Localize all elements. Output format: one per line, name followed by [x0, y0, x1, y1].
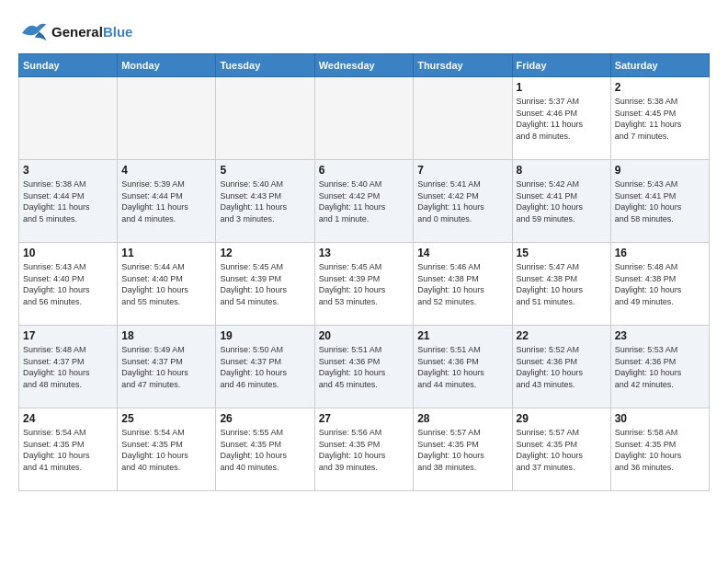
- calendar-day-cell: 23Sunrise: 5:53 AMSunset: 4:36 PMDayligh…: [610, 326, 709, 408]
- calendar-day-cell: 28Sunrise: 5:57 AMSunset: 4:35 PMDayligh…: [414, 408, 512, 491]
- calendar-day-cell: 12Sunrise: 5:45 AMSunset: 4:39 PMDayligh…: [216, 243, 314, 326]
- day-info: Sunrise: 5:54 AMSunset: 4:35 PMDaylight:…: [23, 427, 113, 473]
- calendar-day-cell: 16Sunrise: 5:48 AMSunset: 4:38 PMDayligh…: [610, 243, 709, 326]
- calendar-day-cell: [19, 77, 118, 160]
- calendar-day-cell: 15Sunrise: 5:47 AMSunset: 4:38 PMDayligh…: [512, 243, 610, 326]
- calendar-day-cell: [314, 77, 413, 160]
- day-number: 28: [417, 412, 507, 425]
- day-info: Sunrise: 5:43 AMSunset: 4:41 PMDaylight:…: [615, 178, 705, 224]
- day-info: Sunrise: 5:38 AMSunset: 4:45 PMDaylight:…: [615, 96, 705, 142]
- calendar-day-cell: 26Sunrise: 5:55 AMSunset: 4:35 PMDayligh…: [216, 408, 314, 491]
- day-number: 9: [615, 164, 705, 177]
- day-info: Sunrise: 5:44 AMSunset: 4:40 PMDaylight:…: [121, 261, 211, 307]
- day-info: Sunrise: 5:47 AMSunset: 4:38 PMDaylight:…: [517, 261, 607, 307]
- calendar-week-row: 1Sunrise: 5:37 AMSunset: 4:46 PMDaylight…: [19, 77, 710, 160]
- calendar-week-row: 24Sunrise: 5:54 AMSunset: 4:35 PMDayligh…: [19, 408, 710, 491]
- weekday-header: Wednesday: [314, 54, 413, 77]
- day-number: 5: [220, 164, 310, 177]
- day-info: Sunrise: 5:55 AMSunset: 4:35 PMDaylight:…: [220, 427, 310, 473]
- day-info: Sunrise: 5:51 AMSunset: 4:36 PMDaylight:…: [417, 344, 507, 390]
- day-number: 18: [121, 329, 211, 342]
- day-number: 19: [220, 329, 310, 342]
- calendar-week-row: 3Sunrise: 5:38 AMSunset: 4:44 PMDaylight…: [19, 160, 710, 243]
- day-number: 17: [23, 329, 113, 342]
- calendar-day-cell: [414, 77, 512, 160]
- calendar-day-cell: 18Sunrise: 5:49 AMSunset: 4:37 PMDayligh…: [118, 326, 216, 408]
- calendar-day-cell: 17Sunrise: 5:48 AMSunset: 4:37 PMDayligh…: [19, 326, 118, 408]
- weekday-header: Tuesday: [216, 54, 314, 77]
- weekday-header: Sunday: [19, 54, 118, 77]
- calendar-day-cell: 9Sunrise: 5:43 AMSunset: 4:41 PMDaylight…: [610, 160, 709, 243]
- calendar-table: SundayMondayTuesdayWednesdayThursdayFrid…: [18, 53, 710, 491]
- calendar-day-cell: 25Sunrise: 5:54 AMSunset: 4:35 PMDayligh…: [118, 408, 216, 491]
- day-number: 2: [615, 81, 705, 94]
- weekday-header: Friday: [512, 54, 610, 77]
- day-info: Sunrise: 5:58 AMSunset: 4:35 PMDaylight:…: [615, 427, 705, 473]
- day-info: Sunrise: 5:49 AMSunset: 4:37 PMDaylight:…: [121, 344, 211, 390]
- day-info: Sunrise: 5:48 AMSunset: 4:38 PMDaylight:…: [615, 261, 705, 307]
- logo-bird-icon: [18, 18, 48, 44]
- day-number: 27: [319, 412, 409, 425]
- day-info: Sunrise: 5:56 AMSunset: 4:35 PMDaylight:…: [319, 427, 409, 473]
- calendar-day-cell: 29Sunrise: 5:57 AMSunset: 4:35 PMDayligh…: [512, 408, 610, 491]
- day-info: Sunrise: 5:46 AMSunset: 4:38 PMDaylight:…: [417, 261, 507, 307]
- day-info: Sunrise: 5:40 AMSunset: 4:43 PMDaylight:…: [220, 178, 310, 224]
- day-number: 15: [517, 247, 607, 259]
- calendar-day-cell: [118, 77, 216, 160]
- calendar-day-cell: 24Sunrise: 5:54 AMSunset: 4:35 PMDayligh…: [19, 408, 118, 491]
- calendar-week-row: 10Sunrise: 5:43 AMSunset: 4:40 PMDayligh…: [19, 243, 710, 326]
- logo-text: GeneralBlue: [51, 24, 132, 40]
- calendar-week-row: 17Sunrise: 5:48 AMSunset: 4:37 PMDayligh…: [19, 326, 710, 408]
- day-number: 26: [220, 412, 310, 425]
- calendar-day-cell: 27Sunrise: 5:56 AMSunset: 4:35 PMDayligh…: [314, 408, 413, 491]
- day-number: 29: [517, 412, 607, 425]
- calendar-day-cell: 1Sunrise: 5:37 AMSunset: 4:46 PMDaylight…: [512, 77, 610, 160]
- calendar-day-cell: 4Sunrise: 5:39 AMSunset: 4:44 PMDaylight…: [118, 160, 216, 243]
- day-info: Sunrise: 5:52 AMSunset: 4:36 PMDaylight:…: [517, 344, 607, 390]
- weekday-header: Saturday: [610, 54, 709, 77]
- day-number: 14: [417, 247, 507, 259]
- day-number: 1: [517, 81, 607, 94]
- calendar-day-cell: 30Sunrise: 5:58 AMSunset: 4:35 PMDayligh…: [610, 408, 709, 491]
- calendar-day-cell: 20Sunrise: 5:51 AMSunset: 4:36 PMDayligh…: [314, 326, 413, 408]
- calendar-day-cell: 22Sunrise: 5:52 AMSunset: 4:36 PMDayligh…: [512, 326, 610, 408]
- calendar-day-cell: [216, 77, 314, 160]
- day-info: Sunrise: 5:48 AMSunset: 4:37 PMDaylight:…: [23, 344, 113, 390]
- calendar-day-cell: 3Sunrise: 5:38 AMSunset: 4:44 PMDaylight…: [19, 160, 118, 243]
- day-number: 3: [23, 164, 113, 177]
- day-number: 24: [23, 412, 113, 425]
- day-info: Sunrise: 5:57 AMSunset: 4:35 PMDaylight:…: [417, 427, 507, 473]
- day-number: 12: [220, 247, 310, 259]
- day-number: 20: [319, 329, 409, 342]
- calendar-day-cell: 6Sunrise: 5:40 AMSunset: 4:42 PMDaylight…: [314, 160, 413, 243]
- weekday-header-row: SundayMondayTuesdayWednesdayThursdayFrid…: [19, 54, 710, 77]
- day-number: 30: [615, 412, 705, 425]
- calendar-day-cell: 5Sunrise: 5:40 AMSunset: 4:43 PMDaylight…: [216, 160, 314, 243]
- day-number: 16: [615, 247, 705, 259]
- day-info: Sunrise: 5:43 AMSunset: 4:40 PMDaylight:…: [23, 261, 113, 307]
- day-number: 21: [417, 329, 507, 342]
- day-info: Sunrise: 5:45 AMSunset: 4:39 PMDaylight:…: [220, 261, 310, 307]
- day-info: Sunrise: 5:53 AMSunset: 4:36 PMDaylight:…: [615, 344, 705, 390]
- day-info: Sunrise: 5:40 AMSunset: 4:42 PMDaylight:…: [319, 178, 409, 224]
- day-number: 23: [615, 329, 705, 342]
- weekday-header: Monday: [118, 54, 216, 77]
- day-number: 7: [417, 164, 507, 177]
- day-number: 6: [319, 164, 409, 177]
- day-info: Sunrise: 5:41 AMSunset: 4:42 PMDaylight:…: [417, 178, 507, 224]
- day-info: Sunrise: 5:54 AMSunset: 4:35 PMDaylight:…: [121, 427, 211, 473]
- day-info: Sunrise: 5:50 AMSunset: 4:37 PMDaylight:…: [220, 344, 310, 390]
- calendar-day-cell: 10Sunrise: 5:43 AMSunset: 4:40 PMDayligh…: [19, 243, 118, 326]
- day-number: 22: [517, 329, 607, 342]
- calendar-day-cell: 13Sunrise: 5:45 AMSunset: 4:39 PMDayligh…: [314, 243, 413, 326]
- calendar-day-cell: 2Sunrise: 5:38 AMSunset: 4:45 PMDaylight…: [610, 77, 709, 160]
- calendar-day-cell: 19Sunrise: 5:50 AMSunset: 4:37 PMDayligh…: [216, 326, 314, 408]
- day-info: Sunrise: 5:51 AMSunset: 4:36 PMDaylight:…: [319, 344, 409, 390]
- calendar-day-cell: 8Sunrise: 5:42 AMSunset: 4:41 PMDaylight…: [512, 160, 610, 243]
- day-number: 11: [121, 247, 211, 259]
- calendar-day-cell: 21Sunrise: 5:51 AMSunset: 4:36 PMDayligh…: [414, 326, 512, 408]
- day-number: 4: [121, 164, 211, 177]
- day-info: Sunrise: 5:57 AMSunset: 4:35 PMDaylight:…: [517, 427, 607, 473]
- day-info: Sunrise: 5:42 AMSunset: 4:41 PMDaylight:…: [517, 178, 607, 224]
- day-info: Sunrise: 5:37 AMSunset: 4:46 PMDaylight:…: [517, 96, 607, 142]
